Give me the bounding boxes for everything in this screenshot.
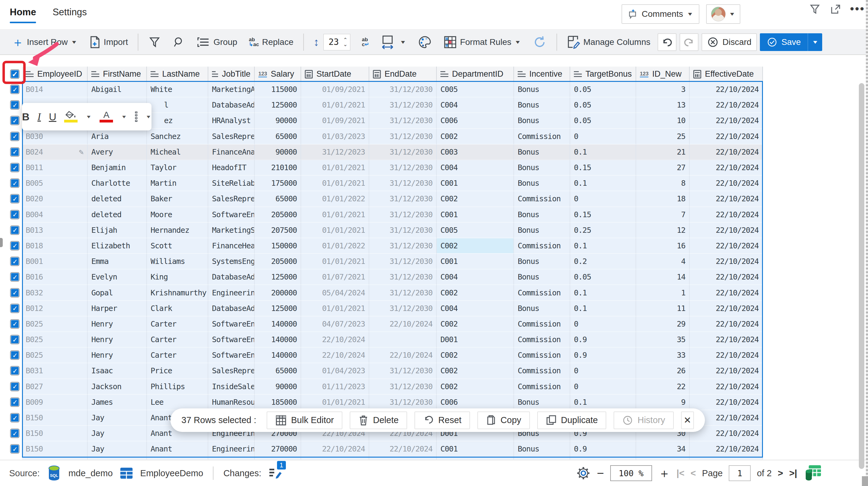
cell-idNew[interactable]: 25 bbox=[636, 129, 690, 145]
row-checkbox[interactable]: ✓ bbox=[8, 332, 22, 347]
row-checkbox[interactable]: ✓ bbox=[8, 442, 22, 457]
cell-endDate[interactable]: 31/12/2030 bbox=[369, 207, 437, 223]
cell-jobTitle[interactable]: FinanceAnaly bbox=[208, 145, 255, 160]
cell-employeeId[interactable]: B001 bbox=[22, 254, 88, 269]
cell-departmentId[interactable]: C004 bbox=[437, 97, 514, 113]
prev-page-button[interactable]: < bbox=[690, 468, 696, 478]
cell-startDate[interactable]: 01/09/2021 bbox=[301, 113, 369, 129]
cell-lastName[interactable]: Price bbox=[147, 363, 208, 379]
cell-effectiveDate[interactable]: 22/10/2024 bbox=[690, 145, 763, 160]
settings-gear-icon[interactable] bbox=[576, 466, 591, 481]
cell-effectiveDate[interactable]: 22/10/2024 bbox=[690, 442, 763, 457]
cell-lastName[interactable]: Carter bbox=[147, 332, 208, 347]
row-checkbox[interactable]: ✓ bbox=[8, 426, 22, 442]
cell-employeeId[interactable]: B012 bbox=[22, 301, 88, 316]
cell-targetBonus[interactable]: 0.1 bbox=[570, 176, 636, 191]
cell-salary[interactable]: 150000 bbox=[255, 238, 301, 254]
cell-lastName[interactable]: Carter bbox=[147, 347, 208, 363]
column-width-button[interactable]: ▼ bbox=[376, 33, 410, 51]
cell-incentive[interactable]: Bonus bbox=[514, 301, 570, 316]
replace-button[interactable]: ab↳ac Replace bbox=[245, 33, 298, 51]
table-row[interactable]: ✓B011BenjaminTaylorHeadofIT21010001/01/2… bbox=[8, 160, 763, 176]
cell-startDate[interactable]: 01/01/2021 bbox=[301, 160, 369, 176]
cell-firstName[interactable]: Henry bbox=[88, 347, 147, 363]
cell-firstName[interactable]: Aria bbox=[88, 129, 147, 145]
cell-startDate[interactable]: 22/10/2024 bbox=[301, 442, 369, 457]
column-header-salary[interactable]: 123Salary bbox=[255, 67, 301, 82]
italic-button[interactable]: I bbox=[37, 112, 41, 122]
changes-indicator[interactable]: 1 bbox=[268, 466, 282, 480]
cell-salary[interactable]: 125000 bbox=[255, 97, 301, 113]
cell-salary[interactable]: 90000 bbox=[255, 113, 301, 129]
copy-button[interactable]: Copy bbox=[477, 412, 530, 429]
cell-endDate[interactable]: 22/10/2024 bbox=[369, 316, 437, 332]
cell-departmentId[interactable]: C004 bbox=[437, 301, 514, 316]
cell-departmentId[interactable]: C006 bbox=[437, 113, 514, 129]
cell-idNew[interactable]: 18 bbox=[636, 191, 690, 207]
cell-effectiveDate[interactable]: 22/10/2024 bbox=[690, 238, 763, 254]
cell-employeeId[interactable]: B150 bbox=[22, 426, 88, 442]
cell-departmentId[interactable]: C002 bbox=[437, 238, 514, 254]
cell-lastName[interactable]: Phillips bbox=[147, 379, 208, 395]
cell-lastName[interactable]: Taylor bbox=[147, 160, 208, 176]
account-menu[interactable]: ▼ bbox=[706, 4, 740, 24]
cell-targetBonus[interactable]: 0 bbox=[570, 363, 636, 379]
cell-targetBonus[interactable]: 0.25 bbox=[570, 223, 636, 238]
cell-endDate[interactable]: 31/12/2030 bbox=[369, 160, 437, 176]
save-button[interactable]: Save bbox=[760, 33, 808, 51]
vertical-scrollbar[interactable] bbox=[859, 83, 864, 469]
cell-incentive[interactable]: Bonus bbox=[514, 207, 570, 223]
cell-departmentId[interactable]: C001 bbox=[437, 207, 514, 223]
cell-endDate[interactable] bbox=[369, 332, 437, 347]
manage-columns-button[interactable]: Manage Columns bbox=[563, 33, 654, 51]
cell-employeeId[interactable]: B004 bbox=[22, 207, 88, 223]
cell-jobTitle[interactable]: EngineeringH bbox=[208, 285, 255, 301]
cell-targetBonus[interactable]: 0.9 bbox=[570, 442, 636, 457]
cell-lastName[interactable]: Martin bbox=[147, 176, 208, 191]
cell-employeeId[interactable]: B025 bbox=[22, 347, 88, 363]
cell-salary[interactable]: 175000 bbox=[255, 176, 301, 191]
cell-targetBonus[interactable]: 0.05 bbox=[570, 82, 636, 97]
cell-endDate[interactable]: 31/12/2030 bbox=[369, 285, 437, 301]
chevron-down-icon[interactable]: ▼ bbox=[86, 114, 92, 119]
cell-firstName[interactable]: Gopal bbox=[88, 285, 147, 301]
format-rules-button[interactable]: Format Rules ▼ bbox=[439, 33, 525, 51]
cell-departmentId[interactable]: C004 bbox=[437, 269, 514, 285]
cell-endDate[interactable]: 31/12/2030 bbox=[369, 301, 437, 316]
cell-endDate[interactable]: 22/10/2024 bbox=[369, 347, 437, 363]
cell-salary[interactable]: 205000 bbox=[255, 254, 301, 269]
row-checkbox[interactable]: ✓ bbox=[8, 379, 22, 395]
cell-firstName[interactable]: deleted bbox=[88, 207, 147, 223]
table-row[interactable]: ✓B001EmmaWilliamsSystemsEngin20500001/01… bbox=[8, 254, 763, 269]
row-checkbox[interactable]: ✓ bbox=[8, 113, 22, 129]
open-in-new-icon[interactable] bbox=[829, 3, 842, 16]
cell-employeeId[interactable]: B011 bbox=[22, 160, 88, 176]
column-header-idNew[interactable]: 123ID_New bbox=[636, 67, 690, 82]
cell-firstName[interactable]: Jackson bbox=[88, 379, 147, 395]
table-row[interactable]: ✓B031IsaacPriceSalesReprese6500001/04/20… bbox=[8, 363, 763, 379]
cell-firstName[interactable]: Isaac bbox=[88, 363, 147, 379]
table-row[interactable]: ✓B012HarperClarkDatabaseAdm12500001/01/2… bbox=[8, 301, 763, 316]
cell-startDate[interactable]: 05/04/2024 bbox=[301, 285, 369, 301]
cell-targetBonus[interactable]: 0 bbox=[570, 129, 636, 145]
cell-employeeId[interactable]: B031 bbox=[22, 363, 88, 379]
cell-salary[interactable]: 270000 bbox=[255, 442, 301, 457]
cell-endDate[interactable]: 22/10/2024 bbox=[369, 442, 437, 457]
insert-row-button[interactable]: ＋ Insert Row ▼ bbox=[7, 33, 82, 51]
column-header-endDate[interactable]: EndDate bbox=[369, 67, 437, 82]
column-header-startDate[interactable]: StartDate bbox=[301, 67, 369, 82]
cell-jobTitle[interactable]: SalesReprese bbox=[208, 363, 255, 379]
tab-home[interactable]: Home bbox=[10, 7, 36, 22]
cell-jobTitle[interactable]: SoftwareEngi bbox=[208, 347, 255, 363]
chevron-down-icon[interactable]: ▼ bbox=[145, 114, 152, 119]
cell-lastName[interactable]: Baker bbox=[147, 191, 208, 207]
cell-idNew[interactable]: 26 bbox=[636, 363, 690, 379]
column-header-targetBonus[interactable]: TargetBonus bbox=[570, 67, 636, 82]
cell-effectiveDate[interactable]: 22/10/2024 bbox=[690, 363, 763, 379]
cell-jobTitle[interactable]: SiteReliability bbox=[208, 176, 255, 191]
cell-departmentId[interactable]: C001 bbox=[437, 442, 514, 457]
cell-jobTitle[interactable]: FinanceHead bbox=[208, 238, 255, 254]
reset-button[interactable]: Reset bbox=[414, 412, 470, 429]
cell-idNew[interactable]: 10 bbox=[636, 113, 690, 129]
cell-endDate[interactable]: 31/12/2030 bbox=[369, 395, 437, 410]
